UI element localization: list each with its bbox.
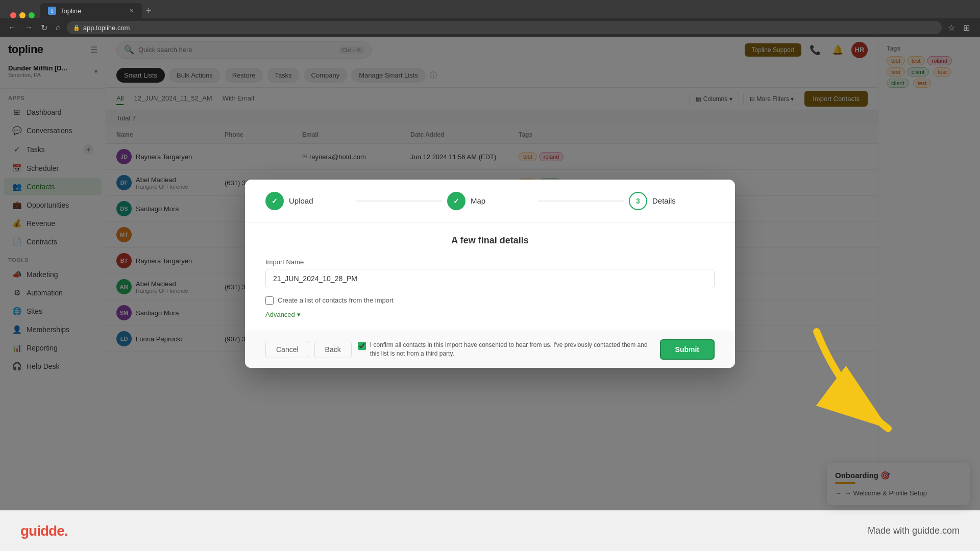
modal-footer: Cancel Back I confirm all contacts in th… <box>245 331 735 368</box>
refresh-btn[interactable]: ↻ <box>39 21 50 35</box>
step-map: ✓ Map <box>447 192 533 210</box>
advanced-toggle[interactable]: Advanced ▾ <box>265 311 715 318</box>
step-circle-details: 3 <box>629 192 647 210</box>
consent-checkbox[interactable] <box>358 342 366 350</box>
chevron-down-icon: ▾ <box>297 311 301 318</box>
step-label-upload: Upload <box>289 196 313 205</box>
forward-btn[interactable]: → <box>22 21 35 34</box>
address-bar[interactable]: 🔒 app.topline.com <box>67 21 942 34</box>
arrow-annotation <box>786 316 929 449</box>
step-details: 3 Details <box>629 192 715 210</box>
consent-text: I confirm all contacts in this import ha… <box>370 341 654 358</box>
create-list-label: Create a list of contacts from the impor… <box>278 296 394 304</box>
guidde-tagline: Made with guidde.com <box>868 525 960 536</box>
mac-controls <box>5 12 40 18</box>
modal-body: A few final details Import Name Create a… <box>245 223 735 331</box>
step-label-details: Details <box>652 196 676 205</box>
home-btn[interactable]: ⌂ <box>54 21 63 34</box>
tab-close-btn[interactable]: × <box>130 7 134 15</box>
step-circle-map: ✓ <box>447 192 465 210</box>
back-btn[interactable]: Back <box>314 341 352 358</box>
modal-title: A few final details <box>265 235 715 246</box>
tab-title: Topline <box>60 7 81 15</box>
modal-steps: ✓ Upload ✓ Map 3 Details <box>245 180 735 223</box>
modal-overlay: ✓ Upload ✓ Map 3 Details A few final det… <box>0 37 980 510</box>
create-list-row: Create a list of contacts from the impor… <box>265 296 715 305</box>
guidde-bar: guidde. Made with guidde.com <box>0 510 980 551</box>
import-name-group: Import Name <box>265 258 715 288</box>
step-connector-2 <box>538 201 624 202</box>
fullscreen-window-btn[interactable] <box>29 12 35 18</box>
import-modal: ✓ Upload ✓ Map 3 Details A few final det… <box>245 180 735 368</box>
bookmark-btn[interactable]: ☆ <box>946 21 957 35</box>
step-circle-upload: ✓ <box>265 192 284 210</box>
step-label-map: Map <box>471 196 485 205</box>
browser-nav: ← → ↻ ⌂ 🔒 app.topline.com ☆ ⊞ <box>0 18 980 37</box>
cancel-btn[interactable]: Cancel <box>265 341 309 358</box>
step-upload: ✓ Upload <box>265 192 351 210</box>
tab-favicon: t <box>48 7 56 15</box>
consent-section: I confirm all contacts in this import ha… <box>358 341 654 358</box>
advanced-label: Advanced <box>265 311 295 318</box>
extensions-btn[interactable]: ⊞ <box>961 21 972 35</box>
close-window-btn[interactable] <box>10 12 16 18</box>
browser-chrome: t Topline × + ← → ↻ ⌂ 🔒 app.topline.com … <box>0 0 980 37</box>
tab-bar: t Topline × + <box>0 0 980 18</box>
minimize-window-btn[interactable] <box>19 12 26 18</box>
back-btn[interactable]: ← <box>6 21 18 34</box>
lock-icon: 🔒 <box>73 24 80 31</box>
url-text: app.topline.com <box>83 24 130 32</box>
import-name-label: Import Name <box>265 258 715 266</box>
modal-footer-left: Cancel Back <box>265 341 352 358</box>
create-list-checkbox[interactable] <box>265 296 274 305</box>
step-connector-1 <box>356 201 442 202</box>
import-name-input[interactable] <box>265 269 715 288</box>
new-tab-btn[interactable]: + <box>142 4 156 18</box>
guidde-logo: guidde. <box>20 523 68 539</box>
submit-btn[interactable]: Submit <box>660 339 715 360</box>
browser-actions: ☆ ⊞ <box>946 21 974 35</box>
browser-tab[interactable]: t Topline × <box>40 3 142 18</box>
